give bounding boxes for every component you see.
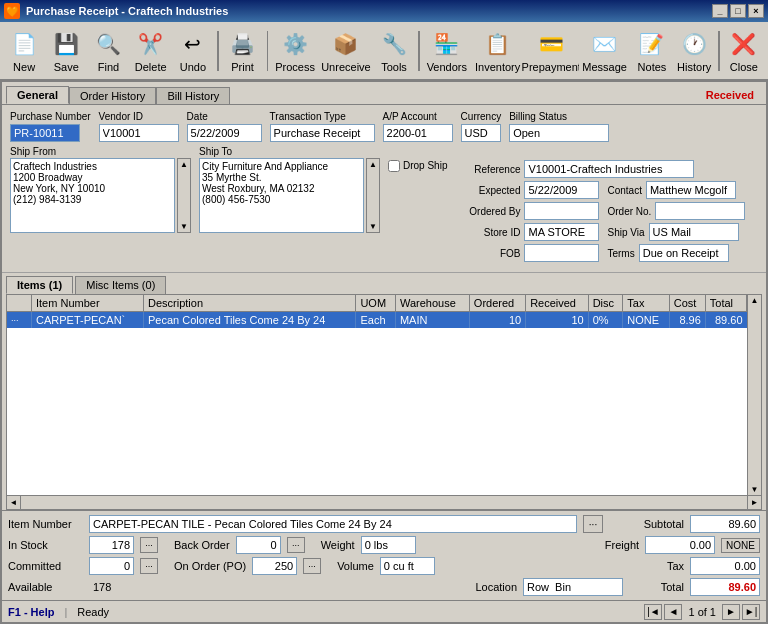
items-section: Items (1) Misc Items (0) Item Number Des… <box>2 273 766 600</box>
minimize-button[interactable]: _ <box>712 4 728 18</box>
expected-row: Expected Contact <box>455 181 758 199</box>
ordered-by-label: Ordered By <box>455 206 520 217</box>
nav-last[interactable]: ►| <box>742 604 760 620</box>
ship-via-input[interactable] <box>649 223 739 241</box>
drop-ship-checkbox[interactable] <box>388 160 400 172</box>
col-item-number <box>7 295 32 312</box>
reference-input[interactable] <box>524 160 694 178</box>
transaction-type-input[interactable] <box>270 124 375 142</box>
on-order-btn[interactable]: ··· <box>303 558 321 574</box>
ship-from-label: Ship From <box>10 146 191 157</box>
hscroll-left[interactable]: ◄ <box>7 496 21 510</box>
close-button[interactable]: ❌ Close <box>724 26 764 76</box>
misc-items-tab[interactable]: Misc Items (0) <box>75 276 166 294</box>
none-badge: NONE <box>721 538 760 553</box>
ship-from-group: Ship From Craftech Industries 1200 Broad… <box>10 146 191 262</box>
vendor-id-input[interactable] <box>99 124 179 142</box>
undo-button[interactable]: ↩ Undo <box>173 26 213 76</box>
subtotal-label: Subtotal <box>629 518 684 530</box>
undo-icon: ↩ <box>177 29 209 59</box>
expected-label: Expected <box>455 185 520 196</box>
hscroll-right[interactable]: ► <box>747 496 761 510</box>
find-button[interactable]: 🔍 Find <box>88 26 128 76</box>
fob-input[interactable] <box>524 244 599 262</box>
new-button[interactable]: 📄 New <box>4 26 44 76</box>
ordered-by-input[interactable] <box>524 202 599 220</box>
nav-first[interactable]: |◄ <box>644 604 662 620</box>
vendors-button[interactable]: 🏪 Vendors <box>424 26 470 76</box>
item-number-input[interactable] <box>89 515 577 533</box>
inventory-button[interactable]: 📋 Inventory <box>472 26 523 76</box>
unreceive-icon: 📦 <box>330 29 362 59</box>
close-icon: ❌ <box>728 29 760 59</box>
row-expand[interactable]: ··· <box>7 312 32 329</box>
history-button[interactable]: 🕐 History <box>674 26 714 76</box>
volume-input[interactable] <box>380 557 435 575</box>
message-button[interactable]: ✉️ Message <box>579 26 630 76</box>
item-number-browse-btn[interactable]: ··· <box>583 515 603 533</box>
bottom-row-2: In Stock ··· Back Order ··· Weight Freig… <box>8 536 760 554</box>
unreceive-button[interactable]: 📦 Unreceive <box>320 26 372 76</box>
title-bar: 🧡 Purchase Receipt - Craftech Industries… <box>0 0 768 22</box>
row-tax: NONE <box>623 312 669 329</box>
terms-input[interactable] <box>639 244 729 262</box>
col-description: Description <box>144 295 356 312</box>
tools-button[interactable]: 🔧 Tools <box>374 26 414 76</box>
store-id-input[interactable] <box>524 223 599 241</box>
process-button[interactable]: ⚙️ Process <box>272 26 318 76</box>
title-bar-controls[interactable]: _ □ × <box>712 4 764 18</box>
drop-ship-group: Drop Ship <box>388 146 447 262</box>
freight-input[interactable] <box>645 536 715 554</box>
form-row-2: Ship From Craftech Industries 1200 Broad… <box>10 146 758 262</box>
ship-from-scrollbar[interactable]: ▲ ▼ <box>177 158 191 233</box>
status-bar: F1 - Help | Ready |◄ ◄ 1 of 1 ► ►| <box>2 600 766 622</box>
right-fields: Reference Expected Contact Ordered By Or… <box>455 146 758 262</box>
table-vscroll[interactable]: ▲ ▼ <box>747 295 761 495</box>
tab-order-history[interactable]: Order History <box>69 87 156 104</box>
form-area: Purchase Number Vendor ID Date Transacti… <box>2 105 766 273</box>
volume-label: Volume <box>337 560 374 572</box>
tab-general[interactable]: General <box>6 86 69 104</box>
order-no-input[interactable] <box>655 202 745 220</box>
expected-input[interactable] <box>524 181 599 199</box>
table-row[interactable]: ··· CARPET-PECAN` Pecan Colored Tiles Co… <box>7 312 747 329</box>
ap-account-input[interactable] <box>383 124 453 142</box>
weight-label: Weight <box>321 539 355 551</box>
save-icon: 💾 <box>50 29 82 59</box>
ship-to-group: Ship To City Furniture And Appliance 35 … <box>199 146 380 262</box>
notes-button[interactable]: 📝 Notes <box>632 26 672 76</box>
purchase-number-input[interactable] <box>10 124 80 142</box>
items-table: Item Number Description UOM Warehouse Or… <box>7 295 747 328</box>
weight-input[interactable] <box>361 536 416 554</box>
save-button[interactable]: 💾 Save <box>46 26 86 76</box>
help-text[interactable]: F1 - Help <box>8 606 54 618</box>
date-label: Date <box>187 111 262 122</box>
delete-button[interactable]: ✂️ Delete <box>131 26 171 76</box>
nav-prev[interactable]: ◄ <box>664 604 682 620</box>
nav-next[interactable]: ► <box>722 604 740 620</box>
find-icon: 🔍 <box>93 29 125 59</box>
row-description: Pecan Colored Tiles Come 24 By 24 <box>144 312 356 329</box>
print-button[interactable]: 🖨️ Print <box>223 26 263 76</box>
tab-bill-history[interactable]: Bill History <box>156 87 230 104</box>
date-group: Date <box>187 111 262 142</box>
billing-status-input[interactable] <box>509 124 609 142</box>
window-close-button[interactable]: × <box>748 4 764 18</box>
contact-input[interactable] <box>646 181 736 199</box>
committed-input <box>89 557 134 575</box>
col-item-number-hdr: Item Number <box>32 295 144 312</box>
prepayment-button[interactable]: 💳 Prepayment <box>525 26 577 76</box>
items-tab[interactable]: Items (1) <box>6 276 73 294</box>
currency-input[interactable] <box>461 124 501 142</box>
order-no-label: Order No. <box>607 206 651 217</box>
back-order-btn[interactable]: ··· <box>287 537 305 553</box>
location-input[interactable] <box>523 578 623 596</box>
committed-btn[interactable]: ··· <box>140 558 158 574</box>
ship-to-scrollbar[interactable]: ▲ ▼ <box>366 158 380 233</box>
maximize-button[interactable]: □ <box>730 4 746 18</box>
ship-to-input[interactable]: City Furniture And Appliance 35 Myrthe S… <box>199 158 364 233</box>
in-stock-btn[interactable]: ··· <box>140 537 158 553</box>
ship-from-input[interactable]: Craftech Industries 1200 Broadway New Yo… <box>10 158 175 233</box>
date-input[interactable] <box>187 124 262 142</box>
table-hscroll[interactable]: ◄ ► <box>7 495 761 509</box>
